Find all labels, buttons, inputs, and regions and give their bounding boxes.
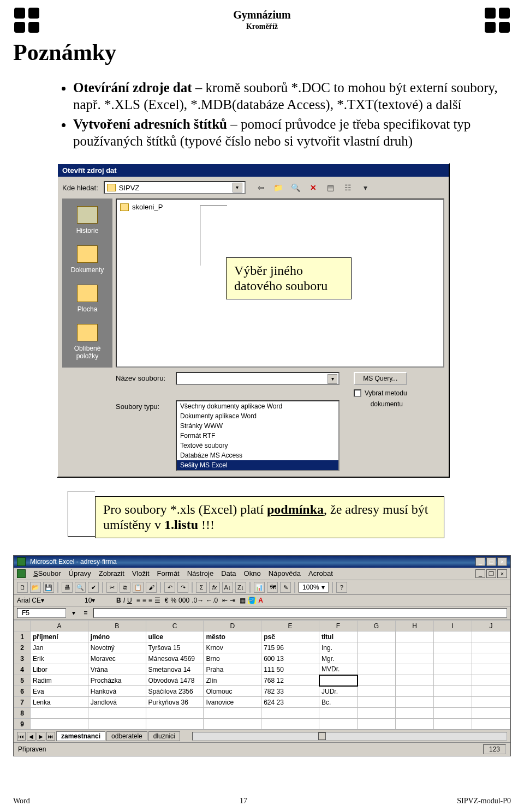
row-header[interactable]: 1 [14,631,31,642]
lookin-combo[interactable]: SIPVZ ▾ [104,181,246,194]
currency-icon[interactable]: € [165,597,169,604]
col-header[interactable]: C [146,621,204,631]
formula-bar[interactable] [93,608,507,618]
search-web-icon[interactable]: 🔍 [290,182,301,193]
italic-icon[interactable]: I [123,597,125,604]
cut-icon[interactable]: ✂ [106,582,117,593]
cell[interactable]: 768 12 [261,675,319,686]
font-combo[interactable]: Arial CE▾ [17,597,82,604]
menu-zobrazit[interactable]: Zobrazit [99,569,124,578]
open-icon[interactable]: 📂 [30,582,41,593]
places-history[interactable]: Historie [64,201,110,240]
col-header[interactable]: G [358,621,396,631]
row-header[interactable]: 2 [14,642,31,653]
new-icon[interactable]: 🗋 [17,582,28,593]
sheet-tab[interactable]: dluznici [148,731,180,741]
preview-icon[interactable]: 🔍 [75,582,86,593]
fontsize-combo[interactable]: 10▾ [85,597,112,604]
fill-color-icon[interactable]: 🪣 [248,597,256,604]
cell[interactable]: příjmení [31,631,88,642]
filetype-option[interactable]: Stránky WWW [177,421,338,431]
increase-indent-icon[interactable]: ⇥ [230,597,235,604]
cell[interactable]: Krnov [204,642,261,653]
row-header[interactable]: 9 [14,719,31,730]
cell[interactable]: Smetanova 14 [146,664,204,675]
places-desktop[interactable]: Plocha [64,279,110,318]
function-icon[interactable]: fx [209,582,220,593]
select-method-checkbox[interactable]: Vybrat metodu [354,389,407,397]
cell[interactable]: 782 33 [261,686,319,697]
col-header[interactable]: H [396,621,434,631]
bold-icon[interactable]: B [116,597,121,604]
cell[interactable]: JUDr. [319,686,358,697]
col-header[interactable]: F [319,621,358,631]
cell[interactable]: Erik [31,653,88,664]
sort-desc-icon[interactable]: Z↓ [235,582,246,593]
cell[interactable]: Lenka [31,697,88,708]
row-header[interactable]: 6 [14,686,31,697]
cell[interactable]: Novotný [88,642,146,653]
places-documents[interactable]: Dokumenty [64,240,110,279]
drawing-icon[interactable]: ✎ [280,582,291,593]
filename-input[interactable]: ▾ [176,372,340,385]
copy-icon[interactable]: ⧉ [120,582,130,593]
col-header[interactable]: D [204,621,261,631]
cell[interactable]: Radim [31,675,88,686]
list-item[interactable]: skoleni_P [120,203,440,211]
filetype-option-selected[interactable]: Sešity MS Excel [177,460,338,470]
cell[interactable]: Brno [204,653,261,664]
borders-icon[interactable]: ▦ [240,597,246,604]
filetype-option[interactable]: Databáze MS Access [177,450,338,460]
row-header[interactable]: 8 [14,708,31,719]
cell[interactable]: Obvodová 1478 [146,675,204,686]
row-header[interactable]: 5 [14,675,31,686]
spreadsheet-grid[interactable]: A B C D E F G H I J 1příjmeníjménoulicem… [14,620,510,730]
cell[interactable]: 111 50 [261,664,319,675]
filetype-option[interactable]: Textové soubory [177,441,338,450]
cell[interactable]: jméno [88,631,146,642]
thousands-icon[interactable]: 000 [178,597,189,604]
sheet-tab-active[interactable]: zamestnanci [56,731,105,741]
excel-menubar[interactable]: SSoubor Úpravy Zobrazit Vložit Formát Ná… [14,568,510,580]
menu-upravy[interactable]: Úpravy [69,569,91,578]
menu-napoveda[interactable]: Nápověda [269,569,301,578]
name-box[interactable]: F5 [17,608,66,618]
menu-nastroje[interactable]: Nástroje [187,569,213,578]
back-icon[interactable]: ⇦ [255,182,266,193]
menu-acrobat[interactable]: Acrobat [308,569,333,578]
cell[interactable]: Ing. [319,642,358,653]
col-header[interactable]: A [31,621,88,631]
cell[interactable]: 715 96 [261,642,319,653]
cell[interactable]: Purkyňova 36 [146,697,204,708]
minimize-button[interactable]: _ [475,557,485,566]
menu-chevron-icon[interactable]: ▾ [360,182,371,193]
cell[interactable] [319,675,358,686]
cell[interactable]: 600 13 [261,653,319,664]
chevron-down-icon[interactable]: ▾ [327,374,337,384]
menu-format[interactable]: Formát [157,569,180,578]
cell[interactable]: Procházka [88,675,146,686]
col-header[interactable]: E [261,621,319,631]
percent-icon[interactable]: % [170,597,176,604]
decrease-decimal-icon[interactable]: ←.0 [206,597,218,604]
cell[interactable]: Olomouc [204,686,261,697]
cell[interactable]: psč [261,631,319,642]
cell[interactable]: město [204,631,261,642]
row-header[interactable]: 4 [14,664,31,675]
horizontal-scrollbar[interactable] [192,732,507,741]
redo-icon[interactable]: ↷ [177,582,188,593]
filetype-option[interactable]: Všechny dokumenty aplikace Word [177,401,338,411]
cell[interactable]: titul [319,631,358,642]
cell[interactable]: Libor [31,664,88,675]
cell[interactable]: ulice [146,631,204,642]
up-folder-icon[interactable]: 📁 [273,182,284,193]
align-right-icon[interactable]: ≡ [148,597,152,604]
undo-icon[interactable]: ↶ [164,582,175,593]
excel-format-toolbar[interactable]: Arial CE▾ 10▾ B I U ≡ ≡ ≡ ☰ € % 000 .0→ … [14,595,510,606]
sort-asc-icon[interactable]: A↓ [222,582,233,593]
autosum-icon[interactable]: Σ [196,582,207,593]
excel-standard-toolbar[interactable]: 🗋 📂 💾 🖶 🔍 ✔ ✂ ⧉ 📋 🖌 ↶ ↷ Σ fx A↓ Z↓ 📊 🗺 ✎ [14,580,510,595]
font-color-icon[interactable]: A [258,597,263,604]
cell[interactable]: Zlín [204,675,261,686]
row-header[interactable]: 7 [14,697,31,708]
